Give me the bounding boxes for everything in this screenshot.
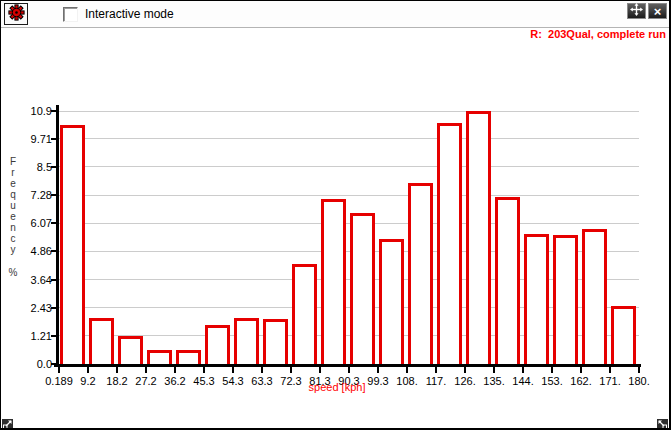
y-tick-label: 4.86 [12, 245, 52, 257]
x-axis-tick [290, 367, 292, 373]
x-axis-tick [261, 367, 263, 373]
interactive-mode-control[interactable]: Interactive mode [63, 1, 174, 27]
y-axis-tick [51, 279, 56, 281]
gridline [59, 335, 639, 336]
x-axis-tick [203, 367, 205, 373]
x-axis-tick [522, 367, 524, 373]
histogram-window: Interactive mode × R: 203Qual [0, 0, 671, 430]
x-tick-label: 180. [618, 375, 660, 387]
histogram-bar [321, 199, 346, 364]
y-tick-label: 7.28 [12, 189, 52, 201]
gridline [59, 251, 639, 252]
y-tick-label: 10.9 [12, 105, 52, 117]
x-axis-tick [435, 367, 437, 373]
y-axis-tick [51, 222, 56, 224]
x-axis-tick [638, 367, 640, 373]
y-axis-tick [51, 110, 56, 112]
x-axis-tick [609, 367, 611, 373]
y-axis-tick [51, 363, 56, 365]
gridline [59, 307, 639, 308]
y-axis-tick [51, 307, 56, 309]
x-axis-tick [145, 367, 147, 373]
move-arrows-icon [630, 3, 643, 19]
y-tick-label: 8.5 [12, 161, 52, 173]
gridline [59, 166, 639, 167]
histogram-bar [437, 123, 462, 364]
x-axis-tick [116, 367, 118, 373]
y-tick-label: 3.64 [12, 274, 52, 286]
run-title: R: 203Qual, complete run [530, 28, 666, 40]
x-axis-tick [493, 367, 495, 373]
x-axis-tick [232, 367, 234, 373]
histogram-bar [60, 125, 85, 364]
interactive-mode-checkbox[interactable] [63, 7, 78, 22]
y-tick-label: 1.21 [12, 330, 52, 342]
gridline [59, 138, 639, 139]
gridline [59, 195, 639, 196]
close-icon: × [654, 5, 662, 18]
histogram-bar [466, 111, 491, 364]
y-axis-tick [51, 194, 56, 196]
x-axis-tick [87, 367, 89, 373]
y-axis-tick [51, 335, 56, 337]
y-tick-label: 0.0 [12, 358, 52, 370]
histogram-bar [205, 325, 230, 364]
y-axis-tick [51, 166, 56, 168]
toolbar: Interactive mode × [1, 1, 669, 28]
x-axis-tick [551, 367, 553, 373]
histogram-bar [582, 229, 607, 364]
y-tick-label: 9.71 [12, 133, 52, 145]
x-axis-tick [464, 367, 466, 373]
x-axis-tick [377, 367, 379, 373]
histogram-bar [495, 197, 520, 364]
histogram-plot: 10.99.718.57.286.074.863.642.431.210.00.… [59, 111, 639, 364]
resize-grip-bottom-left[interactable] [2, 416, 13, 427]
histogram-bar [176, 350, 201, 364]
move-button[interactable] [627, 3, 646, 19]
histogram-bar [408, 183, 433, 364]
x-axis-title: speed [kph] [287, 381, 387, 393]
x-axis-tick [319, 367, 321, 373]
y-axis-line [56, 105, 59, 367]
histogram-bar [147, 350, 172, 364]
close-button[interactable]: × [648, 3, 667, 19]
histogram-bar [611, 306, 636, 364]
histogram-bar [118, 336, 143, 364]
x-axis-tick [174, 367, 176, 373]
histogram-bar [350, 213, 375, 364]
y-axis-tick [51, 250, 56, 252]
histogram-bar [234, 318, 259, 364]
gear-icon [8, 4, 25, 24]
interactive-mode-label: Interactive mode [85, 7, 174, 21]
x-axis-tick [406, 367, 408, 373]
histogram-bar [89, 318, 114, 364]
y-axis-tick [51, 138, 56, 140]
gridline [59, 223, 639, 224]
histogram-bar [524, 234, 549, 364]
histogram-bar [379, 239, 404, 364]
x-axis-tick [580, 367, 582, 373]
y-tick-label: 2.43 [12, 302, 52, 314]
histogram-bar [263, 319, 288, 364]
y-tick-label: 6.07 [12, 217, 52, 229]
gridline [59, 111, 639, 112]
gridline [59, 279, 639, 280]
settings-button[interactable] [4, 3, 28, 25]
x-axis-tick [58, 367, 60, 373]
histogram-bar [292, 264, 317, 364]
resize-grip-bottom-right[interactable] [657, 416, 668, 427]
histogram-bar [553, 235, 578, 364]
x-axis-tick [348, 367, 350, 373]
